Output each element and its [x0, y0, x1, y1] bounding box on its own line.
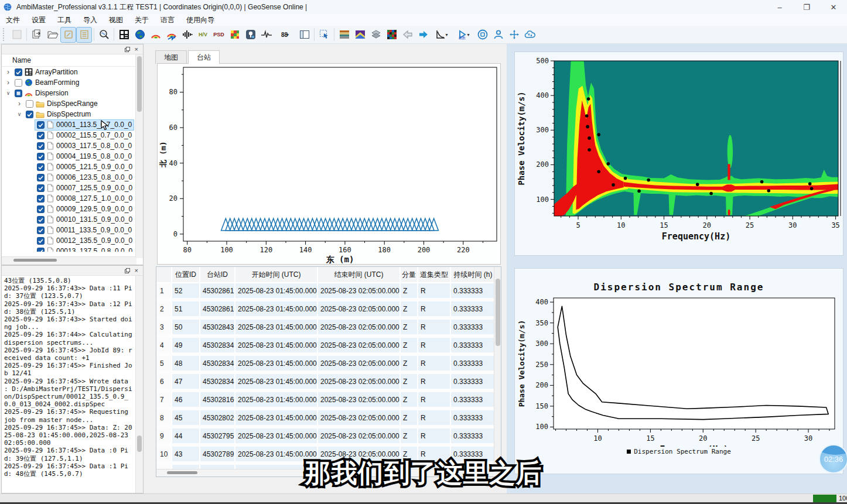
- tree-item-inner[interactable]: 00006_123.5_0.8_0.0_0: [35, 172, 135, 183]
- table-header-位置ID[interactable]: 位置ID: [172, 267, 200, 283]
- table-row[interactable]: 8454530280202025-08-23 01:45:00.0002025-…: [156, 409, 496, 427]
- table-row[interactable]: 5484530283462025-08-23 01:45:00.0002025-…: [156, 354, 496, 372]
- menu-item-使用向导[interactable]: 使用向导: [180, 15, 220, 25]
- checkbox-checked[interactable]: [37, 121, 45, 129]
- tree-item-inner[interactable]: ArrayPartition: [12, 67, 80, 78]
- tree-item-inner[interactable]: Dispersion: [12, 88, 71, 99]
- tree-item-Dispersion[interactable]: ∨Dispersion: [2, 88, 143, 98]
- tree-item-DispSpectrum[interactable]: ∨DispSpectrum: [2, 109, 143, 119]
- run-function-button[interactable]: 函数▾: [452, 27, 474, 43]
- forward-arrow-button[interactable]: [415, 27, 431, 43]
- checkbox-checked[interactable]: [37, 248, 45, 252]
- table-row[interactable]: 6474530283432025-08-23 01:45:00.0002025-…: [156, 372, 496, 390]
- close-button[interactable]: ✕: [820, 0, 847, 14]
- checkbox-checked[interactable]: [37, 205, 45, 213]
- checkbox-unchecked[interactable]: [15, 79, 22, 87]
- checkbox-checked[interactable]: [37, 184, 45, 192]
- tree-item-00003_117.5_0.8_0.0_0[interactable]: 00003_117.5_0.8_0.0_0: [2, 140, 143, 151]
- tree-item-inner[interactable]: 00004_119.5_0.8_0.0_0: [35, 151, 134, 162]
- checkbox-checked[interactable]: [15, 68, 22, 76]
- dispersion-range-card[interactable]: Dispersion Spectrum Range 10152025301001…: [514, 268, 843, 474]
- checkbox-checked[interactable]: [26, 111, 33, 118]
- tree-item-inner[interactable]: 00010_131.5_0.9_0.0_0: [35, 214, 135, 225]
- tree-item-00001_113.5_0.7_0.0_0[interactable]: 00001_113.5_0.7_0.0_0: [2, 119, 143, 130]
- table-row[interactable]: 10434530278922025-08-23 01:45:00.0002025…: [156, 445, 496, 463]
- pan-move-button[interactable]: [506, 27, 522, 43]
- cloud-sync-button[interactable]: [522, 27, 538, 43]
- tree-item-00006_123.5_0.8_0.0_0[interactable]: 00006_123.5_0.8_0.0_0: [2, 172, 143, 183]
- log-vertical-scrollbar[interactable]: [135, 276, 143, 493]
- float-panel-icon[interactable]: [125, 268, 130, 273]
- open-project-button[interactable]: [45, 27, 60, 43]
- menu-item-工具[interactable]: 工具: [52, 15, 77, 25]
- rainbow-arrow-button[interactable]: [163, 27, 179, 43]
- tree-item-00002_115.5_0.7_0.0_0[interactable]: 00002_115.5_0.7_0.0_0: [2, 130, 143, 140]
- back-arrow-button[interactable]: [399, 27, 415, 43]
- checkbox-partial[interactable]: [15, 90, 22, 97]
- tree-item-00011_133.5_0.9_0.0_0[interactable]: 00011_133.5_0.9_0.0_0: [2, 225, 143, 235]
- chevron-down-icon[interactable]: ▾: [467, 32, 469, 37]
- menu-item-视图[interactable]: 视图: [103, 15, 129, 25]
- station-table[interactable]: 位置ID台站ID开始时间 (UTC)结束时间 (UTC)分量道集类型持续时间 (…: [156, 267, 496, 477]
- tree-item-00010_131.5_0.9_0.0_0[interactable]: 00010_131.5_0.9_0.0_0: [2, 214, 143, 225]
- table-header-道集类型[interactable]: 道集类型: [418, 267, 450, 283]
- checkbox-checked[interactable]: [37, 132, 45, 139]
- tree-item-inner[interactable]: DispSpectrum: [23, 109, 93, 120]
- hv-button[interactable]: H/V: [195, 27, 211, 43]
- tree-item-00008_127.5_1.0_0.0_0[interactable]: 00008_127.5_1.0_0.0_0: [2, 193, 143, 204]
- close-panel-icon[interactable]: ×: [135, 268, 138, 274]
- checkbox-checked[interactable]: [37, 227, 45, 234]
- chevron-down-icon[interactable]: ▾: [445, 32, 448, 37]
- list-view-toggle[interactable]: [76, 27, 92, 43]
- tree-item-inner[interactable]: 00005_121.5_0.9_0.0_0: [35, 162, 135, 173]
- curve-chart-button[interactable]: ▾: [431, 27, 452, 43]
- table-row[interactable]: 4494530283492025-08-23 01:45:00.0002025-…: [156, 336, 496, 354]
- rainbow-button[interactable]: [148, 27, 163, 43]
- tree-item-inner[interactable]: 00003_117.5_0.8_0.0_0: [35, 140, 134, 152]
- close-panel-icon[interactable]: ×: [135, 46, 138, 53]
- table-header-rownum[interactable]: [156, 267, 172, 283]
- tree-item-00013_137.5_0.8_0.0_0[interactable]: 00013_137.5_0.8_0.0_0: [2, 246, 143, 252]
- table-row[interactable]: 9444530279592025-08-23 01:45:00.0002025-…: [156, 427, 496, 445]
- menu-item-导入[interactable]: 导入: [77, 15, 103, 25]
- dispersion-spectrum-card[interactable]: 5101520253035100200300400500Frequency(Hz…: [514, 52, 843, 256]
- time-badge[interactable]: 02:36: [819, 444, 847, 474]
- tree-horizontal-scrollbar[interactable]: [2, 256, 136, 265]
- menu-item-关于[interactable]: 关于: [129, 15, 155, 25]
- tree-item-DispSpecRange[interactable]: ›DispSpecRange: [2, 98, 143, 109]
- waveform-button[interactable]: [179, 27, 195, 43]
- map-pin-button[interactable]: [243, 27, 258, 43]
- station-map-card[interactable]: 80100120140160180200220020406080东 (m)北 (…: [157, 63, 501, 265]
- checkbox-checked[interactable]: [37, 153, 45, 160]
- menu-item-文件[interactable]: 文件: [0, 15, 26, 25]
- checkbox-checked[interactable]: [37, 163, 45, 171]
- menu-item-语言[interactable]: 语言: [155, 15, 180, 25]
- table-header-台站ID[interactable]: 台站ID: [200, 267, 235, 283]
- table-header-分量[interactable]: 分量: [400, 267, 418, 283]
- checkbox-checked[interactable]: [37, 216, 45, 224]
- search-wave-button[interactable]: [96, 27, 112, 43]
- minimize-button[interactable]: –: [766, 0, 793, 14]
- tree-item-ArrayPartition[interactable]: ›ArrayPartition: [2, 67, 143, 77]
- tree-item-inner[interactable]: 00008_127.5_1.0_0.0_0: [35, 193, 135, 204]
- float-panel-icon[interactable]: [125, 47, 130, 52]
- table-row[interactable]: 3504530284352025-08-23 01:45:00.0002025-…: [156, 318, 496, 336]
- stop-button[interactable]: [474, 27, 490, 43]
- tree-item-inner[interactable]: 00013_137.5_0.8_0.0_0: [35, 246, 135, 252]
- tree-item-00005_121.5_0.9_0.0_0[interactable]: 00005_121.5_0.9_0.0_0: [2, 162, 143, 172]
- checkbox-checked[interactable]: [37, 237, 45, 245]
- signal-trace-button[interactable]: [258, 27, 274, 43]
- chevron-down-icon[interactable]: ∨: [4, 90, 12, 96]
- tree-item-inner[interactable]: 00002_115.5_0.7_0.0_0: [35, 130, 134, 141]
- tree-item-inner[interactable]: 00012_135.5_0.9_0.0_0: [35, 235, 135, 246]
- chevron-down-icon[interactable]: ∨: [15, 111, 23, 117]
- table-row[interactable]: 1524530286172025-08-23 01:45:00.0002025-…: [156, 283, 496, 300]
- tree-item-inner[interactable]: 00009_129.5_0.9_0.0_0: [35, 204, 135, 215]
- table-header-持续时间 (h)[interactable]: 持续时间 (h): [450, 267, 496, 283]
- table-row[interactable]: 2514530286162025-08-23 01:45:00.0002025-…: [156, 300, 496, 318]
- chevron-right-icon[interactable]: ›: [4, 78, 12, 87]
- array-partition-button[interactable]: [116, 27, 132, 43]
- color-grid-button[interactable]: [227, 27, 243, 43]
- toolbar-grip[interactable]: [3, 28, 7, 41]
- velocity-model-button[interactable]: [352, 27, 368, 43]
